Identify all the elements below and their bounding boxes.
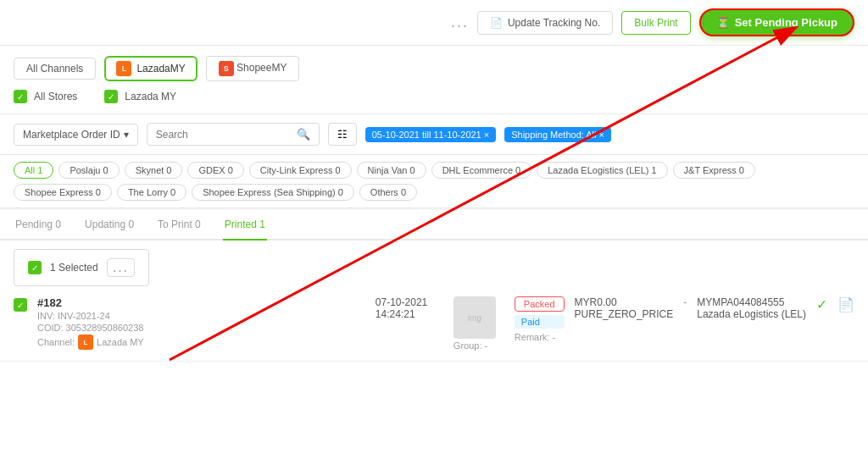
clock-icon: ⏳: [716, 16, 730, 29]
order-checkbox[interactable]: ✓: [14, 298, 27, 312]
order-info: #182 INV: INV-2021-24 COID: 305328950860…: [37, 296, 365, 350]
lazada-channel-button[interactable]: L LazadaMY: [104, 56, 197, 81]
search-input[interactable]: [156, 129, 292, 141]
courier-tab-ninjavan[interactable]: Ninja Van 0: [357, 162, 426, 179]
all-stores-checkbox[interactable]: ✓: [14, 90, 27, 103]
courier-tab-dhl[interactable]: DHL Ecommerce 0: [431, 162, 532, 179]
tab-pending[interactable]: Pending 0: [14, 210, 63, 241]
document-view-icon[interactable]: 📄: [837, 296, 854, 312]
status-tabs: Pending 0 Updating 0 To Print 0 Printed …: [0, 210, 868, 241]
lazada-channel-icon: L: [78, 335, 93, 350]
set-pending-pickup-button[interactable]: ⏳ Set Pending Pickup: [699, 8, 854, 36]
courier-tabs: All 1 Poslaju 0 Skynet 0 GDEX 0 City-Lin…: [0, 155, 868, 208]
table-row: ✓ #182 INV: INV-2021-24 COID: 3053289508…: [0, 286, 868, 362]
order-coid: COID: 305328950860238: [37, 323, 365, 333]
order-product-image: img: [453, 296, 496, 339]
more-options-dots[interactable]: ...: [451, 14, 469, 31]
shopee-channel-button[interactable]: S ShopeeMY: [206, 56, 300, 81]
chevron-down-icon: ▾: [124, 129, 129, 141]
shopee-icon: S: [219, 61, 234, 76]
bulk-print-button[interactable]: Bulk Print: [621, 11, 690, 35]
courier-tab-skynet[interactable]: Skynet 0: [125, 162, 183, 179]
courier-tab-all[interactable]: All 1: [14, 162, 53, 179]
top-toolbar: ... 📄 Update Tracking No. Bulk Print ⏳ S…: [0, 0, 868, 46]
verified-icon: ✓: [816, 296, 827, 312]
shipping-filter-tag[interactable]: Shipping Method: All ×: [504, 127, 611, 142]
order-channel: Lazada MY: [97, 337, 144, 347]
tab-printed[interactable]: Printed 1: [223, 210, 267, 241]
selection-more-button[interactable]: ...: [107, 258, 135, 277]
all-channels-button[interactable]: All Channels: [14, 58, 96, 80]
paid-badge: Paid: [515, 315, 565, 329]
tab-to-print[interactable]: To Print 0: [156, 210, 203, 241]
courier-tab-jt[interactable]: J&T Express 0: [673, 162, 755, 179]
tab-updating[interactable]: Updating 0: [83, 210, 136, 241]
filter-button[interactable]: ☷: [328, 123, 357, 146]
packed-badge: Packed: [515, 296, 565, 312]
courier-tab-others[interactable]: Others 0: [359, 184, 417, 201]
selection-bar: ✓ 1 Selected ...: [14, 249, 149, 286]
order-remark: Remark: -: [515, 332, 565, 342]
lazada-icon: L: [116, 61, 131, 76]
order-image-placeholder: img Group: -: [453, 296, 504, 351]
lazada-store-checkbox[interactable]: ✓: [104, 90, 118, 103]
courier-tab-poslaju[interactable]: Poslaju 0: [58, 162, 119, 179]
document-icon: 📄: [490, 17, 503, 29]
order-id-select[interactable]: Marketplace Order ID ▾: [14, 124, 138, 146]
courier-tab-citylink[interactable]: City-Link Express 0: [249, 162, 352, 179]
order-date: 07-10-2021 14:24:21: [376, 296, 443, 320]
order-price-col: MYR0.00 PURE_ZERO_PRICE: [575, 296, 674, 320]
order-status-col: Packed Paid Remark: -: [515, 296, 565, 342]
courier-tab-shopee-express[interactable]: Shopee Express 0: [14, 184, 112, 201]
courier-tab-lorry[interactable]: The Lorry 0: [117, 184, 186, 201]
channel-section: All Channels L LazadaMY S ShopeeMY ✓ All…: [0, 46, 868, 114]
order-tracking-col: MYMPA044084555 Lazada eLogistics (LEL): [697, 296, 806, 320]
search-input-wrap[interactable]: 🔍: [147, 123, 320, 146]
selection-checkbox[interactable]: ✓: [28, 261, 42, 274]
order-dash: -: [683, 296, 687, 308]
order-group: Group: -: [453, 340, 504, 351]
search-icon: 🔍: [297, 128, 310, 141]
courier-tab-lel[interactable]: Lazada ELogistics (LEL) 1: [537, 162, 667, 179]
channel-label: Channel:: [37, 337, 75, 347]
selection-count: 1 Selected: [50, 262, 98, 274]
table-area: ✓ 1 Selected ... ✓ #182 INV: INV-2021-24…: [0, 241, 868, 470]
order-id: #182: [37, 296, 365, 309]
update-tracking-button[interactable]: 📄 Update Tracking No.: [477, 11, 613, 35]
filter-icon: ☷: [337, 128, 348, 141]
courier-tab-gdex[interactable]: GDEX 0: [187, 162, 243, 179]
courier-tab-shopee-sea[interactable]: Shopee Express (Sea Shipping) 0: [192, 184, 354, 201]
order-inv: INV: INV-2021-24: [37, 311, 365, 321]
search-row: Marketplace Order ID ▾ 🔍 ☷ 05-10-2021 ti…: [0, 114, 868, 155]
date-filter-tag[interactable]: 05-10-2021 till 11-10-2021 ×: [365, 127, 497, 142]
